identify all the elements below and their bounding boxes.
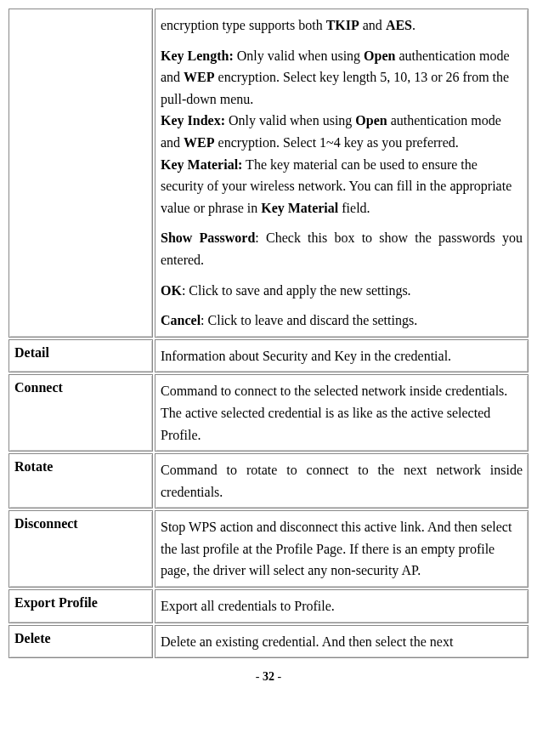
document-page: encryption type supports both TKIP and A…	[7, 7, 530, 684]
text: encryption type supports both	[161, 18, 326, 32]
paragraph: Key Length: Only valid when using Open a…	[161, 45, 523, 111]
row-desc: Command to rotate to connect to the next…	[161, 459, 523, 503]
row-desc: Information about Security and Key in th…	[161, 345, 523, 367]
table-row: Rotate Command to rotate to connect to t…	[8, 453, 529, 509]
bold-text: Key Length:	[161, 48, 234, 63]
row-label-cell: Detail	[8, 339, 153, 373]
row-desc-cell: Export all credentials to Profile.	[155, 589, 529, 623]
text: encryption. Select 1~4 key as you prefer…	[215, 135, 459, 150]
row-label-cell: Export Profile	[8, 589, 153, 623]
table-row: Detail Information about Security and Ke…	[8, 339, 529, 373]
row-label-cell	[8, 9, 153, 338]
row-desc-cell: Information about Security and Key in th…	[155, 339, 529, 373]
row-label: Rotate	[14, 459, 53, 474]
text: -	[256, 670, 263, 683]
table-row: Connect Command to connect to the select…	[8, 374, 529, 452]
text: Only valid when using	[234, 48, 364, 63]
bold-text: Cancel	[161, 313, 201, 327]
table-row: Delete Delete an existing credential. An…	[8, 625, 529, 659]
text: -	[274, 670, 281, 683]
text: and	[359, 18, 386, 32]
text: .	[412, 18, 415, 32]
row-label-cell: Connect	[8, 374, 153, 452]
bold-text: Key Material:	[161, 157, 242, 172]
row-label: Detail	[14, 345, 49, 360]
paragraph: Key Material: The key material can be us…	[161, 154, 523, 219]
row-label: Disconnect	[14, 516, 78, 531]
bold-text: WEP	[184, 70, 214, 84]
paragraph: Key Index: Only valid when using Open au…	[161, 110, 523, 153]
table-row: encryption type supports both TKIP and A…	[8, 9, 529, 338]
paragraph: encryption type supports both TKIP and A…	[161, 14, 523, 37]
bold-text: Open	[355, 113, 387, 128]
row-label-cell: Disconnect	[8, 510, 153, 588]
paragraph: OK: Click to save and apply the new sett…	[161, 280, 523, 302]
text: : Click to leave and discard the setting…	[201, 313, 417, 327]
table-row: Disconnect Stop WPS action and disconnec…	[8, 510, 529, 588]
text: : Click to save and apply the new settin…	[182, 283, 411, 298]
bold-text: Open	[364, 48, 395, 63]
table-row: Export Profile Export all credentials to…	[8, 589, 529, 623]
row-label-cell: Rotate	[8, 453, 153, 509]
definitions-table: encryption type supports both TKIP and A…	[7, 7, 530, 660]
bold-text: AES	[386, 18, 412, 32]
row-label: Connect	[14, 380, 63, 395]
bold-text: Show Password	[161, 230, 255, 245]
bold-text: Key Material	[261, 201, 338, 215]
bold-text: WEP	[184, 135, 214, 150]
row-desc: Command to connect to the selected netwo…	[161, 380, 523, 446]
row-desc-cell: Stop WPS action and disconnect this acti…	[155, 510, 529, 588]
paragraph: Show Password: Check this box to show th…	[161, 227, 523, 270]
page-number-value: 32	[263, 670, 274, 683]
text: Only valid when using	[225, 113, 355, 128]
row-desc-cell: Command to connect to the selected netwo…	[155, 374, 529, 452]
row-label: Delete	[14, 631, 51, 645]
row-desc-cell: Delete an existing credential. And then …	[155, 625, 529, 659]
bold-text: OK	[161, 283, 182, 298]
row-desc: Export all credentials to Profile.	[161, 595, 523, 617]
page-number: - 32 -	[7, 670, 530, 684]
row-label-cell: Delete	[8, 625, 153, 659]
row-desc: Delete an existing credential. And then …	[161, 631, 523, 653]
row-desc-cell: Command to rotate to connect to the next…	[155, 453, 529, 509]
paragraph: Cancel: Click to leave and discard the s…	[161, 310, 523, 332]
row-desc: Stop WPS action and disconnect this acti…	[161, 516, 523, 582]
row-label: Export Profile	[14, 595, 98, 610]
bold-text: Key Index:	[161, 113, 225, 128]
text: field.	[338, 201, 370, 215]
bold-text: TKIP	[326, 18, 359, 32]
row-desc-cell: encryption type supports both TKIP and A…	[155, 9, 529, 338]
